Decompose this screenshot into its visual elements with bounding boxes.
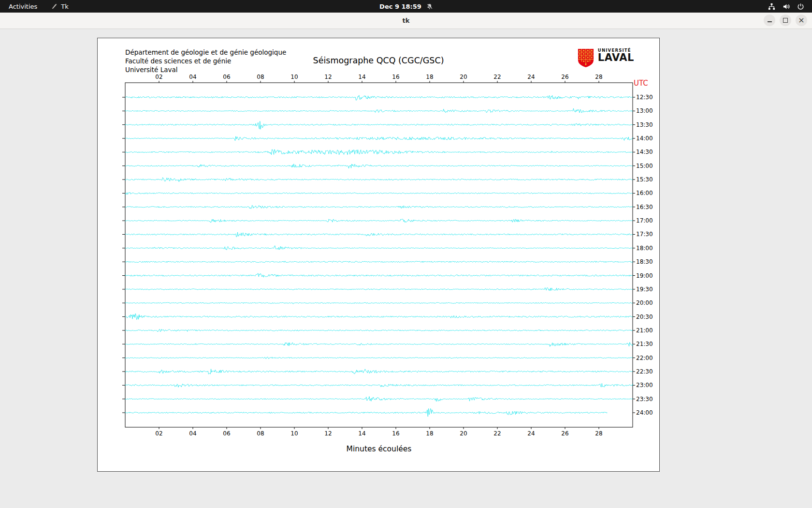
activities-button[interactable]: Activities (7, 0, 39, 13)
time-label: 22:30 (636, 368, 653, 375)
trace-row (125, 178, 633, 182)
time-label: 19:30 (636, 286, 653, 293)
x-tick-label: 20 (460, 74, 467, 80)
time-label: 13:30 (636, 121, 653, 128)
trace-row (125, 273, 633, 277)
time-label: 20:00 (636, 299, 653, 306)
time-label: 16:30 (636, 204, 653, 210)
trace-row (125, 136, 633, 141)
time-label: 18:30 (636, 258, 653, 265)
x-tick-label: 26 (561, 74, 568, 80)
x-tick-label: 22 (493, 74, 501, 80)
volume-icon (783, 3, 790, 10)
window-title: tk (403, 17, 410, 24)
x-tick-label: 18 (426, 74, 433, 80)
activities-label: Activities (9, 3, 37, 10)
time-label: 19:00 (636, 272, 653, 279)
x-tick-label: 06 (223, 430, 230, 437)
x-tick-label: 04 (189, 430, 196, 437)
trace-row (125, 95, 633, 100)
time-label: 23:30 (636, 396, 653, 403)
time-label: 13:00 (636, 107, 653, 114)
trace-row (125, 343, 633, 347)
maximize-icon (783, 18, 788, 23)
trace-row (125, 287, 633, 291)
time-label: 17:30 (636, 231, 653, 238)
notifications-muted-icon (426, 3, 433, 10)
x-tick-label: 12 (324, 430, 332, 437)
trace-row (125, 219, 633, 223)
x-tick-label: 16 (392, 430, 399, 437)
time-label: 15:30 (636, 176, 653, 183)
trace-row (125, 329, 633, 332)
minutes-axis-label: Minutes écoulées (125, 445, 633, 453)
time-label: 16:00 (636, 190, 653, 196)
x-tick-label: 10 (290, 74, 298, 80)
time-label: 21:00 (636, 327, 653, 334)
trace-row (125, 232, 633, 237)
x-tick-label: 28 (595, 74, 602, 80)
trace-row (125, 409, 608, 417)
time-label: 14:30 (636, 149, 653, 155)
time-label: 14:00 (636, 135, 653, 142)
x-tick-label: 12 (324, 74, 332, 80)
plot-border (125, 83, 633, 427)
x-tick-label: 06 (223, 74, 230, 80)
x-tick-label: 20 (460, 430, 467, 437)
trace-row (125, 369, 633, 374)
app-menu-label: Tk (61, 3, 68, 10)
system-status-area[interactable] (768, 0, 812, 13)
trace-row (125, 164, 633, 168)
trace-row (125, 121, 633, 130)
time-label: 17:00 (636, 217, 653, 224)
clock-label: Dec 9 18:59 (379, 3, 421, 10)
trace-row (125, 397, 633, 402)
trace-row (125, 314, 633, 320)
minimize-button[interactable] (764, 15, 775, 26)
time-label: 12:30 (636, 94, 653, 101)
x-tick-label: 24 (527, 430, 535, 437)
window-titlebar[interactable]: tk × (0, 13, 812, 29)
x-tick-label: 02 (155, 74, 162, 80)
x-tick-label: 02 (155, 430, 162, 437)
system-top-bar: Activities Tk Dec 9 18:59 (0, 0, 812, 13)
focused-app-menu[interactable]: Tk (49, 0, 70, 13)
network-icon (768, 3, 775, 10)
x-tick-label: 10 (290, 430, 298, 437)
seismogram-plot: 0202040406060808101012121414161618182020… (98, 38, 660, 472)
tk-app-icon (51, 3, 58, 10)
x-tick-label: 14 (358, 430, 365, 437)
x-tick-label: 18 (426, 430, 433, 437)
x-tick-label: 22 (493, 430, 501, 437)
power-icon (797, 3, 804, 10)
time-label: 23:00 (636, 382, 653, 388)
close-button[interactable]: × (796, 15, 807, 26)
time-label: 21:30 (636, 341, 653, 347)
x-tick-label: 14 (358, 74, 365, 80)
x-tick-label: 08 (257, 74, 264, 80)
trace-row (125, 357, 633, 359)
trace-row (125, 193, 633, 194)
x-tick-label: 28 (595, 430, 602, 437)
trace-row (125, 384, 633, 388)
time-label: 20:30 (636, 314, 653, 320)
maximize-button[interactable] (780, 15, 791, 26)
x-tick-label: 26 (561, 430, 568, 437)
x-tick-label: 24 (527, 74, 535, 80)
trace-row (125, 149, 633, 155)
seismograph-panel: Département de géologie et de génie géol… (97, 38, 660, 472)
minimize-icon (768, 21, 772, 22)
trace-row (125, 246, 633, 250)
time-label: 24:00 (636, 409, 653, 416)
x-tick-label: 08 (257, 430, 264, 437)
x-tick-label: 04 (189, 74, 196, 80)
close-icon: × (798, 16, 804, 24)
clock-menu[interactable]: Dec 9 18:59 (379, 0, 433, 13)
time-label: 18:00 (636, 245, 653, 252)
trace-row (125, 205, 633, 209)
trace-row (125, 108, 633, 113)
trace-row (125, 261, 633, 263)
trace-row (125, 302, 633, 304)
x-tick-label: 16 (392, 74, 399, 80)
time-label: 22:00 (636, 355, 653, 361)
